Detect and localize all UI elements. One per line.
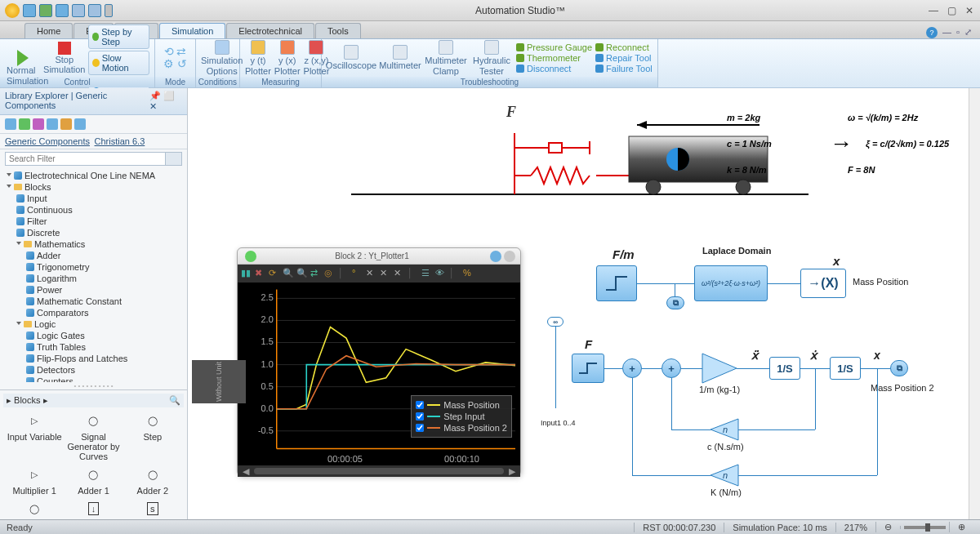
zoom-slider[interactable] — [904, 526, 946, 529]
c-gain-block[interactable]: n — [710, 419, 738, 440]
pt-btn[interactable]: ◎ — [324, 268, 336, 279]
tab-simulation[interactable]: Simulation — [159, 23, 225, 38]
palette-adder2[interactable]: ◯Adder 2 — [125, 465, 180, 496]
infinity-block[interactable]: ∞ — [547, 317, 564, 327]
plot-scroll-left[interactable]: ◀ — [243, 466, 249, 477]
qat-btn-3[interactable] — [56, 4, 69, 17]
tab-electrotechnical[interactable]: Electrotechnical — [226, 23, 314, 38]
tree-node[interactable]: Continuous — [3, 204, 184, 216]
qat-btn-2[interactable] — [39, 4, 52, 17]
stop-button[interactable]: Stop Simulation — [44, 42, 85, 74]
status-zoom[interactable]: 217% — [835, 523, 875, 532]
pt-btn[interactable]: 🔍 — [296, 268, 308, 279]
palette-multiplier[interactable]: ▷Multiplier 1 — [7, 465, 62, 496]
tree-node[interactable]: Filter — [3, 216, 184, 227]
toolbar-btn-3[interactable] — [33, 118, 44, 130]
toolbar-btn-4[interactable] — [47, 118, 58, 130]
palette-adder1[interactable]: ◯Adder 1 — [65, 465, 121, 496]
recorder-block-2[interactable]: ⧉ — [890, 360, 908, 376]
tree-node[interactable]: Detectors — [3, 364, 184, 376]
pt-btn[interactable]: 🔍 — [283, 268, 294, 279]
toolbar-btn-1[interactable] — [5, 118, 16, 130]
yt-plotter-button[interactable]: y (t)Plotter — [245, 40, 271, 75]
step-by-step-button[interactable]: Step by Step — [88, 24, 149, 49]
toolbar-btn-2[interactable] — [19, 118, 30, 130]
transfer-function-block[interactable]: ω²/(s²+2ξ·ω·s+ω²) — [694, 265, 768, 301]
block-diagram[interactable]: F/m Laplace Domain x ω²/(s²+2ξ·ω·s+ω²) →… — [547, 247, 972, 509]
tree-node[interactable]: Logic — [3, 318, 184, 330]
pt-btn[interactable]: ⟳ — [269, 268, 280, 279]
tree-node[interactable]: Discrete — [3, 227, 184, 238]
integrator-1[interactable]: 1/S — [769, 357, 800, 380]
zoom-in-button[interactable]: ⊕ — [949, 522, 973, 532]
search-button[interactable] — [166, 152, 182, 166]
palette-signal-gen[interactable]: ◯Signal Generator by Curves — [65, 411, 121, 461]
legend-check-3[interactable] — [416, 424, 424, 432]
palette-header[interactable]: ▸ Blocks ▸ — [7, 395, 48, 406]
mode-buttons[interactable]: ⟲ ⇄⚙ ↺ — [160, 46, 190, 71]
quick-access-toolbar[interactable] — [23, 4, 113, 17]
pt-pause-icon[interactable]: ▮▮ — [241, 268, 252, 279]
integrator-2[interactable]: 1/S — [830, 357, 861, 380]
tree-node[interactable]: Comparators — [3, 307, 184, 318]
k-gain-block[interactable]: n — [710, 465, 738, 486]
yx-plotter-button[interactable]: y (x)Plotter — [274, 40, 301, 75]
pt-btn[interactable]: ✖ — [255, 268, 266, 279]
tree-node[interactable]: Counters — [3, 376, 184, 382]
tab-tools[interactable]: Tools — [315, 23, 361, 38]
tree-node[interactable]: Flip-Flops and Latches — [3, 353, 184, 364]
slow-motion-button[interactable]: Slow Motion — [88, 51, 149, 75]
maximize-button[interactable]: ▢ — [946, 5, 957, 16]
gain-block[interactable] — [702, 354, 737, 383]
pt-btn[interactable]: ✕ — [380, 268, 391, 279]
pt-btn[interactable]: ✕ — [394, 268, 405, 279]
plotter-run-icon[interactable] — [245, 251, 256, 262]
ribbon-collapse-icon[interactable]: — — [942, 27, 951, 38]
palette-input-variable[interactable]: ▷Input Variable — [7, 411, 62, 461]
tree-node[interactable]: Logic Gates — [3, 330, 184, 341]
qat-btn-5[interactable] — [88, 4, 101, 17]
pt-btn[interactable]: ⇄ — [310, 268, 322, 279]
panel-controls[interactable]: 📌 ⬜ ✕ — [149, 91, 182, 112]
adder-block-2[interactable]: + — [662, 358, 681, 378]
help-icon[interactable]: ? — [926, 27, 938, 38]
tree-node[interactable]: Input — [3, 193, 184, 204]
tree-node[interactable]: Trigonometry — [3, 261, 184, 273]
thermometer-button[interactable]: Thermometer — [516, 53, 592, 63]
tree-node[interactable]: Blocks — [3, 181, 184, 193]
oscilloscope-button[interactable]: Oscilloscope — [327, 45, 376, 70]
adder-block-1[interactable]: + — [622, 358, 642, 378]
plotter-settings-icon[interactable] — [504, 251, 515, 262]
pt-btn[interactable]: ☰ — [421, 268, 433, 279]
pt-btn[interactable]: ° — [352, 268, 363, 279]
tree-node[interactable]: Adder — [3, 250, 184, 261]
qat-btn-4[interactable] — [72, 4, 85, 17]
plot-scroll-right[interactable]: ▶ — [509, 466, 515, 477]
search-input[interactable] — [5, 152, 166, 166]
close-button[interactable]: ✕ — [964, 5, 975, 16]
ribbon-pin-icon[interactable]: ⤢ — [964, 27, 972, 38]
tab-home[interactable]: Home — [24, 23, 73, 38]
plotter-window[interactable]: Block 2 : Yt_Plotter1 ▮▮ ✖ ⟳ 🔍 🔍 ⇄ ◎ │ °… — [237, 247, 521, 476]
repair-tool-button[interactable]: Repair Tool — [595, 53, 653, 63]
output-block[interactable]: →(X) — [800, 269, 846, 298]
toolbar-btn-5[interactable] — [60, 118, 72, 130]
tree-node[interactable]: Logarithm — [3, 273, 184, 284]
hydraulic-tester-button[interactable]: HydraulicTester — [470, 40, 513, 75]
tree-node[interactable]: Truth Tables — [3, 341, 184, 353]
tree-node[interactable]: Mathematics — [3, 238, 184, 250]
canvas[interactable]: F m = 2kg ω = √(k/m) = 2Hz c = 1 Ns/m → … — [188, 88, 980, 519]
disconnect-button[interactable]: Disconnect — [516, 64, 592, 73]
crumb-1[interactable]: Generic Components — [5, 136, 90, 146]
recorder-block-1[interactable]: ⧉ — [666, 296, 684, 309]
toolbar-btn-6[interactable] — [74, 118, 86, 130]
tree-node[interactable]: Mathematic Constant — [3, 296, 184, 307]
plotter-help-icon[interactable] — [490, 251, 501, 262]
plot-scrollbar[interactable] — [254, 468, 504, 474]
failure-tool-button[interactable]: Failure Tool — [595, 64, 653, 73]
qat-btn-1[interactable] — [23, 4, 36, 17]
ribbon-options-icon[interactable]: ▫ — [956, 27, 960, 38]
crumb-2[interactable]: Christian 6.3 — [95, 136, 145, 146]
minimize-button[interactable]: — — [928, 5, 939, 16]
tree-node[interactable]: Power — [3, 284, 184, 296]
